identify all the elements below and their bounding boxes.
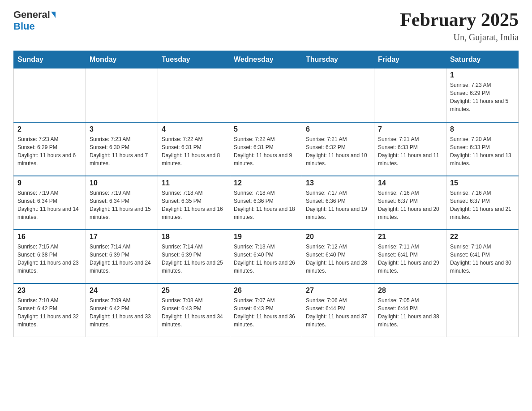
day-of-week-header: Wednesday <box>230 51 302 68</box>
calendar-cell: 22Sunrise: 7:10 AMSunset: 6:41 PMDayligh… <box>446 230 519 283</box>
calendar-cell: 6Sunrise: 7:21 AMSunset: 6:32 PMDaylight… <box>302 122 374 176</box>
day-info: Sunrise: 7:21 AMSunset: 6:33 PMDaylight:… <box>378 135 442 167</box>
calendar-cell: 24Sunrise: 7:09 AMSunset: 6:42 PMDayligh… <box>86 283 158 337</box>
calendar-cell: 8Sunrise: 7:20 AMSunset: 6:33 PMDaylight… <box>446 122 519 176</box>
day-number: 1 <box>450 71 515 79</box>
calendar-cell: 1Sunrise: 7:23 AMSunset: 6:29 PMDaylight… <box>446 68 519 122</box>
calendar-cell <box>158 68 230 122</box>
day-info: Sunrise: 7:23 AMSunset: 6:29 PMDaylight:… <box>17 135 82 167</box>
day-number: 14 <box>378 179 442 187</box>
calendar-week-row: 2Sunrise: 7:23 AMSunset: 6:29 PMDaylight… <box>14 122 519 176</box>
day-number: 12 <box>234 179 298 187</box>
day-of-week-header: Saturday <box>446 51 519 68</box>
day-info: Sunrise: 7:21 AMSunset: 6:32 PMDaylight:… <box>306 135 370 167</box>
day-info: Sunrise: 7:23 AMSunset: 6:29 PMDaylight:… <box>450 81 515 113</box>
calendar-cell: 7Sunrise: 7:21 AMSunset: 6:33 PMDaylight… <box>374 122 446 176</box>
day-number: 27 <box>306 287 370 295</box>
day-info: Sunrise: 7:20 AMSunset: 6:33 PMDaylight:… <box>450 135 515 167</box>
calendar-cell <box>230 68 302 122</box>
logo: General Blue <box>13 9 56 32</box>
day-number: 4 <box>162 125 226 133</box>
calendar-cell: 15Sunrise: 7:16 AMSunset: 6:37 PMDayligh… <box>446 176 519 230</box>
calendar-week-row: 23Sunrise: 7:10 AMSunset: 6:42 PMDayligh… <box>14 283 519 337</box>
day-number: 16 <box>17 233 82 241</box>
day-number: 7 <box>378 125 442 133</box>
calendar-table: SundayMondayTuesdayWednesdayThursdayFrid… <box>13 51 519 337</box>
day-number: 18 <box>162 233 226 241</box>
calendar-cell: 14Sunrise: 7:16 AMSunset: 6:37 PMDayligh… <box>374 176 446 230</box>
calendar-cell <box>86 68 158 122</box>
calendar-cell: 3Sunrise: 7:23 AMSunset: 6:30 PMDaylight… <box>86 122 158 176</box>
calendar-cell: 11Sunrise: 7:18 AMSunset: 6:35 PMDayligh… <box>158 176 230 230</box>
calendar-cell: 28Sunrise: 7:05 AMSunset: 6:44 PMDayligh… <box>374 283 446 337</box>
day-of-week-header: Thursday <box>302 51 374 68</box>
calendar-cell: 23Sunrise: 7:10 AMSunset: 6:42 PMDayligh… <box>14 283 86 337</box>
calendar-cell: 26Sunrise: 7:07 AMSunset: 6:43 PMDayligh… <box>230 283 302 337</box>
day-info: Sunrise: 7:07 AMSunset: 6:43 PMDaylight:… <box>234 296 298 329</box>
day-number: 13 <box>306 179 370 187</box>
day-info: Sunrise: 7:22 AMSunset: 6:31 PMDaylight:… <box>234 135 298 167</box>
day-info: Sunrise: 7:10 AMSunset: 6:42 PMDaylight:… <box>17 296 82 329</box>
day-info: Sunrise: 7:13 AMSunset: 6:40 PMDaylight:… <box>234 243 298 275</box>
day-info: Sunrise: 7:19 AMSunset: 6:34 PMDaylight:… <box>17 189 82 221</box>
calendar-cell: 12Sunrise: 7:18 AMSunset: 6:36 PMDayligh… <box>230 176 302 230</box>
calendar-cell: 10Sunrise: 7:19 AMSunset: 6:34 PMDayligh… <box>86 176 158 230</box>
title-section: February 2025 Un, Gujarat, India <box>400 9 519 43</box>
page-header: General Blue February 2025 Un, Gujarat, … <box>13 9 519 43</box>
day-of-week-header: Monday <box>86 51 158 68</box>
calendar-cell <box>302 68 374 122</box>
day-number: 11 <box>162 179 226 187</box>
calendar-cell: 19Sunrise: 7:13 AMSunset: 6:40 PMDayligh… <box>230 230 302 283</box>
day-info: Sunrise: 7:23 AMSunset: 6:30 PMDaylight:… <box>90 135 154 167</box>
day-number: 10 <box>90 179 154 187</box>
calendar-cell: 25Sunrise: 7:08 AMSunset: 6:43 PMDayligh… <box>158 283 230 337</box>
calendar-cell: 20Sunrise: 7:12 AMSunset: 6:40 PMDayligh… <box>302 230 374 283</box>
day-number: 28 <box>378 287 442 295</box>
calendar-cell: 17Sunrise: 7:14 AMSunset: 6:39 PMDayligh… <box>86 230 158 283</box>
day-number: 20 <box>306 233 370 241</box>
calendar-cell: 2Sunrise: 7:23 AMSunset: 6:29 PMDaylight… <box>14 122 86 176</box>
day-info: Sunrise: 7:16 AMSunset: 6:37 PMDaylight:… <box>450 189 515 221</box>
month-title: February 2025 <box>400 9 519 30</box>
logo-general-text: General <box>13 9 50 21</box>
calendar-cell: 4Sunrise: 7:22 AMSunset: 6:31 PMDaylight… <box>158 122 230 176</box>
location-title: Un, Gujarat, India <box>400 32 519 43</box>
day-number: 2 <box>17 125 82 133</box>
calendar-week-row: 1Sunrise: 7:23 AMSunset: 6:29 PMDaylight… <box>14 68 519 122</box>
day-number: 15 <box>450 179 515 187</box>
calendar-cell: 5Sunrise: 7:22 AMSunset: 6:31 PMDaylight… <box>230 122 302 176</box>
day-of-week-header: Tuesday <box>158 51 230 68</box>
day-info: Sunrise: 7:16 AMSunset: 6:37 PMDaylight:… <box>378 189 442 221</box>
day-number: 24 <box>90 287 154 295</box>
calendar-cell: 18Sunrise: 7:14 AMSunset: 6:39 PMDayligh… <box>158 230 230 283</box>
day-info: Sunrise: 7:09 AMSunset: 6:42 PMDaylight:… <box>90 296 154 329</box>
day-info: Sunrise: 7:18 AMSunset: 6:36 PMDaylight:… <box>234 189 298 221</box>
day-of-week-header: Sunday <box>14 51 86 68</box>
day-number: 5 <box>234 125 298 133</box>
day-number: 22 <box>450 233 515 241</box>
calendar-cell: 16Sunrise: 7:15 AMSunset: 6:38 PMDayligh… <box>14 230 86 283</box>
day-number: 21 <box>378 233 442 241</box>
calendar-cell: 27Sunrise: 7:06 AMSunset: 6:44 PMDayligh… <box>302 283 374 337</box>
calendar-cell <box>446 283 519 337</box>
calendar-cell: 21Sunrise: 7:11 AMSunset: 6:41 PMDayligh… <box>374 230 446 283</box>
day-info: Sunrise: 7:12 AMSunset: 6:40 PMDaylight:… <box>306 243 370 275</box>
day-number: 17 <box>90 233 154 241</box>
day-number: 8 <box>450 125 515 133</box>
day-number: 23 <box>17 287 82 295</box>
day-info: Sunrise: 7:10 AMSunset: 6:41 PMDaylight:… <box>450 243 515 275</box>
day-info: Sunrise: 7:15 AMSunset: 6:38 PMDaylight:… <box>17 243 82 275</box>
day-number: 26 <box>234 287 298 295</box>
day-info: Sunrise: 7:11 AMSunset: 6:41 PMDaylight:… <box>378 243 442 275</box>
day-number: 3 <box>90 125 154 133</box>
calendar-cell <box>374 68 446 122</box>
day-info: Sunrise: 7:14 AMSunset: 6:39 PMDaylight:… <box>90 243 154 275</box>
day-info: Sunrise: 7:19 AMSunset: 6:34 PMDaylight:… <box>90 189 154 221</box>
calendar-cell: 13Sunrise: 7:17 AMSunset: 6:36 PMDayligh… <box>302 176 374 230</box>
day-info: Sunrise: 7:17 AMSunset: 6:36 PMDaylight:… <box>306 189 370 221</box>
day-info: Sunrise: 7:05 AMSunset: 6:44 PMDaylight:… <box>378 296 442 329</box>
logo-arrow-icon <box>51 12 56 18</box>
calendar-header-row: SundayMondayTuesdayWednesdayThursdayFrid… <box>14 51 519 68</box>
calendar-cell <box>14 68 86 122</box>
day-number: 6 <box>306 125 370 133</box>
